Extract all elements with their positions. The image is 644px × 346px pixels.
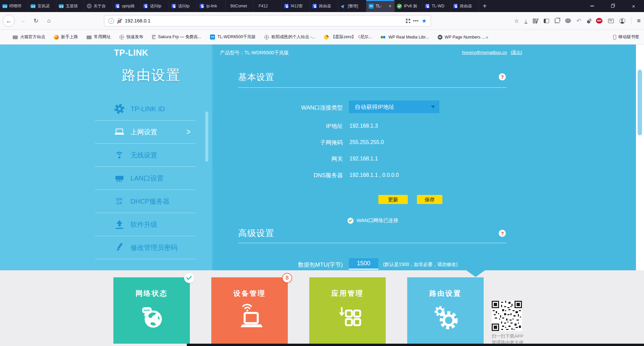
bookmark-favicon: [119, 35, 124, 40]
bookmark-favicon: [152, 35, 156, 39]
account-icon[interactable]: [620, 18, 625, 24]
browser-tab[interactable]: [整理]: [338, 0, 366, 12]
browser-tab[interactable]: TL-WD: [423, 0, 451, 12]
wan-type-selected-value: 自动获得IP地址: [355, 103, 394, 111]
tab-strip: 哔哩哔 安风诺 五星级 关于自 upnp路 请问tp 请问tp tp-link …: [0, 0, 479, 12]
tab-title: TL-: [376, 4, 386, 8]
advanced-help-icon[interactable]: ?: [499, 230, 506, 237]
url-bar[interactable]: i 192.168.0.1 ★: [104, 15, 431, 26]
close-window-button[interactable]: ×: [623, 0, 644, 12]
bookmark-label: 欧阳成邑的个人站点 -...: [271, 34, 315, 40]
home-button[interactable]: ⌂: [44, 15, 54, 26]
undo-extension-icon[interactable]: ↶: [577, 17, 581, 24]
sidebar-menu-item[interactable]: TP-LINK ID: [95, 97, 196, 121]
form-row: DNS服务器 192.168.1.1 , 0.0.0.0: [0, 167, 636, 183]
mobile-bookmarks[interactable]: 移动版书签: [613, 29, 640, 45]
tab-favicon: [31, 4, 36, 8]
basic-settings-title: 基本设置: [238, 71, 274, 83]
browser-tab[interactable]: 安风诺: [28, 0, 56, 12]
tab-title: IPv6 测: [404, 3, 420, 9]
bookmark-star-icon[interactable]: ★: [422, 17, 427, 24]
browser-tab[interactable]: 五星级: [56, 0, 85, 12]
field-label: 子网掩码: [221, 138, 343, 146]
sidebar-menu-item[interactable]: DHCP服务器: [95, 190, 196, 213]
sidebar-menu-item[interactable]: 修改管理员密码: [95, 236, 196, 259]
bookmark-item[interactable]: 欧阳成邑的个人站点 -...: [264, 34, 315, 40]
bookmarks-overflow-chevron[interactable]: »: [486, 29, 488, 45]
bookmark-item[interactable]: WP Page Numbers ...: [438, 35, 485, 40]
bookmark-item[interactable]: Sakura Frp — 免费高...: [152, 34, 201, 40]
browser-tab[interactable]: 请问tp: [141, 0, 169, 12]
menu-hamburger-icon[interactable]: ≡: [637, 17, 641, 24]
bookmark-item[interactable]: 常用网址: [87, 34, 111, 40]
browser-tab[interactable]: upnp路: [113, 0, 141, 12]
browser-tab[interactable]: tp-link: [197, 0, 225, 12]
bookmarks-bar: 火狐官方站点 新手上路 常用网址 快速发布 Sakura Frp — 免费高..…: [0, 29, 644, 45]
minimize-button[interactable]: [582, 0, 602, 12]
bookmark-item[interactable]: 火狐官方站点: [13, 34, 45, 40]
chat-extension-icon[interactable]: [565, 18, 571, 23]
screenshot-extension-icon[interactable]: [555, 18, 559, 23]
bookmark-item[interactable]: WP Real Media Libr...: [381, 34, 429, 40]
sidebar-menu-item[interactable]: 软件升级: [95, 213, 196, 236]
account-bar: hnoycy@mymailbox.cn [退出]: [462, 50, 522, 56]
browser-tab[interactable]: TL- ×: [366, 0, 394, 12]
sidebar-toggle-icon[interactable]: [544, 19, 549, 23]
bookmark-favicon: [13, 36, 18, 39]
save-button[interactable]: 保存: [417, 195, 442, 204]
qr-page-action-icon[interactable]: [406, 19, 410, 23]
update-button[interactable]: 更新: [378, 195, 408, 204]
mtu-input[interactable]: 1500: [349, 258, 378, 270]
tab-close-icon[interactable]: ×: [388, 3, 392, 9]
wan-type-select[interactable]: 自动获得IP地址: [349, 100, 439, 113]
save-card-extension-icon[interactable]: [608, 19, 614, 23]
browser-tab[interactable]: 请问tp: [169, 0, 197, 12]
tab-favicon: [59, 4, 64, 8]
minimize-icon: [590, 6, 594, 6]
browser-tab[interactable]: BitComet: [225, 0, 254, 12]
page-actions-icon[interactable]: [413, 20, 415, 21]
browser-tab[interactable]: 哔哩哔: [0, 0, 28, 12]
tab-title: 路由器: [460, 3, 476, 9]
bookmarks-star-icon[interactable]: ☆: [514, 18, 519, 24]
reload-button[interactable]: ↻: [31, 15, 41, 26]
adblock-plus-icon[interactable]: [596, 18, 602, 23]
advanced-section-divider: [238, 243, 506, 243]
browser-tab[interactable]: f412密: [282, 0, 310, 12]
tile-badge: 8: [282, 273, 292, 283]
browser-tab[interactable]: 关于自: [85, 0, 113, 12]
nav-tile[interactable]: 8 设备管理: [211, 277, 288, 344]
browser-tab[interactable]: F412: [254, 0, 282, 12]
logout-link[interactable]: [退出]: [511, 50, 522, 55]
bookmark-item[interactable]: 快速发布: [119, 34, 143, 40]
basic-help-icon[interactable]: ?: [499, 73, 506, 80]
restore-button[interactable]: [602, 0, 623, 12]
tab-title: 请问tp: [178, 3, 195, 9]
nav-tile[interactable]: 网络状态: [113, 277, 190, 344]
bookmark-label: 快速发布: [126, 34, 143, 40]
account-email-link[interactable]: hnoycy@mymailbox.cn: [462, 50, 507, 55]
menu-item-label: 软件升级: [130, 220, 157, 229]
bookmark-label: 【星际zero】《尼尔...: [331, 34, 372, 40]
page-scrollbar-track[interactable]: [636, 45, 644, 270]
browser-tab[interactable]: 路由器: [451, 0, 479, 12]
nav-tile[interactable]: 应用管理: [309, 277, 386, 344]
back-button[interactable]: ←: [3, 15, 15, 27]
browser-tab[interactable]: IPv6 测: [394, 0, 423, 12]
bookmark-item[interactable]: 【星际zero】《尼尔...: [324, 34, 372, 40]
menu-item-label: 修改管理员密码: [130, 243, 177, 252]
molecule-extension-icon[interactable]: [587, 20, 590, 23]
new-tab-button[interactable]: +: [479, 0, 490, 12]
forward-button[interactable]: →: [18, 15, 28, 26]
browser-tab[interactable]: 路由器: [310, 0, 338, 12]
nav-tile[interactable]: 路由设置: [407, 277, 484, 344]
insecure-lock-icon[interactable]: [117, 18, 122, 23]
url-text[interactable]: 192.168.0.1: [125, 18, 403, 23]
page-scrollbar-thumb[interactable]: [638, 70, 642, 135]
bookmark-item[interactable]: 新手上路: [54, 34, 78, 40]
nav-buttons: ← → ↻ ⌂: [3, 12, 54, 29]
downloads-icon[interactable]: ↓: [525, 18, 527, 23]
library-icon[interactable]: [533, 18, 538, 23]
site-info-icon[interactable]: i: [108, 18, 114, 24]
bookmark-item[interactable]: TL-WDR6500千兆版: [210, 34, 256, 40]
